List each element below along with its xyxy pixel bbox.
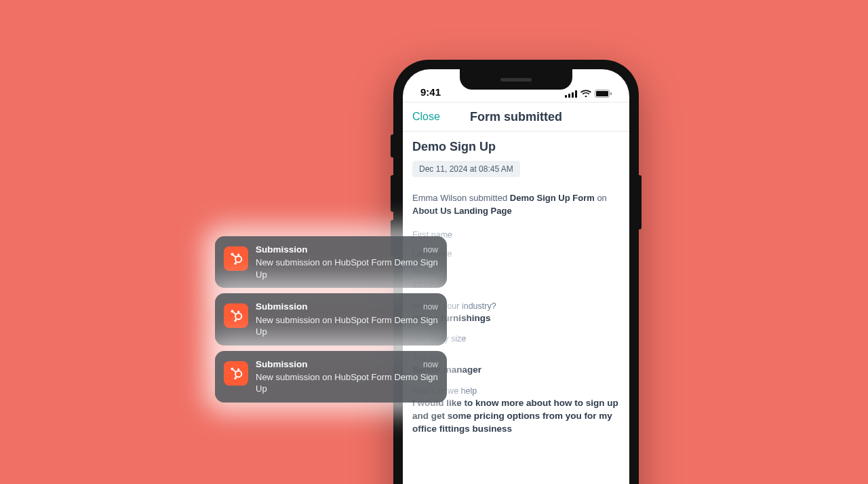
svg-line-20	[236, 319, 237, 320]
hubspot-icon	[224, 246, 248, 271]
wifi-icon	[580, 90, 591, 98]
phone-notch	[460, 69, 572, 90]
field-value: I would like to know more about how to s…	[412, 397, 620, 436]
notification[interactable]: Submission now New submission on HubSpot…	[215, 236, 447, 288]
svg-rect-3	[575, 90, 577, 98]
notification[interactable]: Submission now New submission on HubSpot…	[215, 293, 447, 345]
notification-message: New submission on HubSpot Form Demo Sign…	[256, 257, 438, 280]
svg-line-13	[236, 261, 237, 263]
battery-icon	[595, 90, 612, 98]
svg-line-25	[233, 369, 237, 372]
notification-message: New submission on HubSpot Form Demo Sign…	[256, 371, 438, 395]
submitter-name: Emma Wilson	[412, 193, 467, 203]
notification-title: Submission	[256, 301, 308, 313]
svg-line-11	[233, 255, 237, 258]
svg-rect-6	[610, 92, 612, 95]
cellular-icon	[565, 90, 577, 98]
status-icons	[565, 90, 612, 98]
svg-line-18	[233, 312, 237, 315]
submission-summary: Emma Wilson submitted Demo Sign Up Form …	[412, 192, 620, 218]
notification-time: now	[423, 359, 438, 370]
notification-time: now	[423, 301, 438, 312]
svg-rect-5	[596, 91, 608, 96]
close-button[interactable]: Close	[403, 111, 440, 123]
svg-point-16	[237, 311, 239, 313]
svg-rect-0	[565, 95, 567, 98]
nav-header: Close Form submitted	[403, 102, 629, 132]
svg-point-9	[237, 253, 239, 255]
svg-point-23	[237, 368, 239, 370]
form-name: Demo Sign Up	[412, 140, 620, 154]
notification[interactable]: Submission now New submission on HubSpot…	[215, 351, 447, 403]
status-time: 9:41	[420, 86, 441, 98]
submitted-page: About Us Landing Page	[412, 206, 512, 216]
hubspot-icon	[224, 303, 248, 328]
notification-title: Submission	[256, 358, 308, 371]
notification-title: Submission	[256, 244, 308, 256]
submitted-form-name: Demo Sign Up Form	[510, 193, 595, 203]
svg-rect-2	[572, 92, 574, 98]
submission-timestamp: Dec 11, 2024 at 08:45 AM	[412, 161, 520, 177]
notification-time: now	[423, 244, 438, 255]
notification-message: New submission on HubSpot Form Demo Sign…	[256, 314, 438, 338]
notification-stack: Submission now New submission on HubSpot…	[215, 236, 447, 403]
svg-line-27	[236, 376, 237, 377]
hubspot-icon	[224, 361, 248, 386]
svg-rect-1	[568, 94, 570, 98]
